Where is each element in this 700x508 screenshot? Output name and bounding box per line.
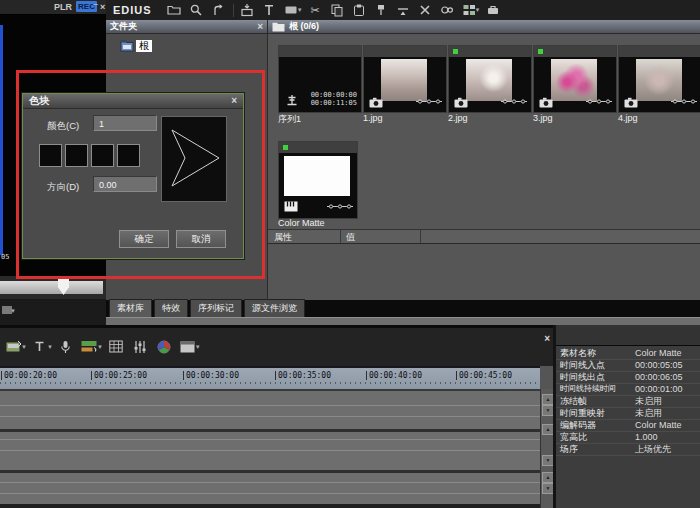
- color-wheel-icon[interactable]: [155, 339, 173, 355]
- column-property[interactable]: 属性: [274, 231, 292, 244]
- main-toolbar: EDIUS ▼ ✂ ▼: [106, 0, 700, 21]
- timeline-tracks-area[interactable]: [0, 389, 540, 508]
- color-swatch-4[interactable]: [117, 144, 140, 167]
- color-count-input[interactable]: 1: [93, 115, 157, 131]
- tab-plr[interactable]: PLR: [54, 2, 72, 12]
- paste-icon[interactable]: [351, 2, 368, 18]
- tab-material-library[interactable]: 素材库: [109, 299, 152, 317]
- track-separator: [0, 439, 540, 440]
- bin-item-label[interactable]: 4.jpg: [618, 113, 638, 123]
- direction-input[interactable]: 0.00: [93, 176, 157, 192]
- column-value[interactable]: 值: [346, 231, 355, 244]
- tab-source-browser[interactable]: 源文件浏览: [244, 299, 305, 317]
- folder-panel-header: 文件夹 ×: [106, 20, 267, 34]
- property-value: 未启用: [635, 407, 662, 419]
- chevron-down-icon[interactable]: ▼: [47, 344, 53, 350]
- bin-item-label[interactable]: 3.jpg: [533, 113, 553, 123]
- chevron-down-icon[interactable]: ▼: [97, 344, 103, 350]
- tab-effects[interactable]: 特效: [154, 299, 188, 317]
- property-value: Color Matte: [635, 419, 682, 431]
- timeline-toolbar: ▼ ▼ ▼ ▼ ×: [0, 325, 558, 365]
- bin-item-label[interactable]: 1.jpg: [363, 113, 383, 123]
- bin-item-photo[interactable]: [533, 45, 617, 113]
- chevron-down-icon[interactable]: ▼: [297, 7, 303, 13]
- direction-arrow-icon: [162, 117, 226, 201]
- color-swatch-1[interactable]: [39, 144, 62, 167]
- bin-item-photo[interactable]: [618, 45, 700, 113]
- player-shuttle-track[interactable]: [0, 281, 103, 294]
- bin-item-photo[interactable]: [363, 45, 447, 113]
- ruler-tick: 00:00:25:00: [91, 371, 147, 380]
- property-label: 素材名称: [560, 347, 596, 359]
- grid-icon[interactable]: [107, 339, 125, 355]
- ruler-tick: 00:00:40:00: [366, 371, 422, 380]
- property-label: 时间重映射: [560, 407, 605, 419]
- bin-panel-header: 根 (0/6): [268, 20, 700, 34]
- property-label: 时间线出点: [560, 371, 605, 383]
- app-title: EDIUS: [113, 4, 152, 16]
- bin-item-label[interactable]: 2.jpg: [448, 113, 468, 123]
- color-block-dialog: 色块 × 颜色(C) 1 方向(D) 0.00 确定 取消: [22, 93, 244, 259]
- property-value: 上场优先: [635, 443, 671, 455]
- cancel-button[interactable]: 取消: [176, 230, 226, 248]
- search-icon[interactable]: [188, 2, 205, 18]
- folder-root-label[interactable]: 根: [136, 40, 152, 52]
- chevron-down-icon[interactable]: ▼: [475, 7, 481, 13]
- capture-in-icon[interactable]: [239, 2, 256, 18]
- cut-scissors-icon[interactable]: ✂: [307, 2, 324, 18]
- camera-icon: [369, 97, 383, 108]
- track-group-separator: [0, 470, 540, 473]
- bin-item-sequence[interactable]: 00:00:00:0000:00:11:05: [278, 45, 362, 113]
- still-duration-icon: [671, 98, 697, 105]
- folder-icon: [272, 22, 285, 32]
- card-top-strip: [279, 46, 361, 57]
- mixer-icon[interactable]: [131, 339, 149, 355]
- bin-item-label[interactable]: 序列1: [278, 113, 301, 126]
- bin-item-color-matte[interactable]: [278, 141, 358, 219]
- open-folder-icon[interactable]: [166, 2, 183, 18]
- player-minimize-button[interactable]: –: [93, 0, 98, 9]
- folder-tree-root-item[interactable]: 根: [120, 40, 152, 52]
- camera-icon: [539, 97, 553, 108]
- chevron-down-icon[interactable]: ▼: [10, 308, 16, 314]
- card-top-strip: [364, 46, 446, 57]
- timeline-ruler[interactable]: 00:00:20:00 00:00:25:00 00:00:30:00 00:0…: [0, 366, 540, 391]
- trim-point-icon[interactable]: [395, 2, 412, 18]
- color-label: 颜色(C): [47, 120, 79, 133]
- chevron-down-icon[interactable]: ▼: [195, 344, 201, 350]
- tab-sequence-marks[interactable]: 序列标记: [190, 299, 242, 317]
- microphone-icon[interactable]: [57, 339, 75, 355]
- pin-icon[interactable]: [373, 2, 390, 18]
- bin-item-photo[interactable]: [448, 45, 532, 113]
- color-swatch-3[interactable]: [91, 144, 114, 167]
- tracks-bottom-edge: [0, 504, 540, 508]
- copy-icon[interactable]: [329, 2, 346, 18]
- dialog-titlebar[interactable]: 色块 ×: [23, 94, 243, 109]
- player-close-button[interactable]: ×: [100, 2, 105, 12]
- title-tool-icon[interactable]: [261, 2, 278, 18]
- property-label: 场序: [560, 443, 578, 455]
- track-group-separator: [0, 429, 540, 432]
- toolbox-icon[interactable]: [485, 2, 502, 18]
- reel-icon[interactable]: [439, 2, 456, 18]
- track-height-button-column: ▲ ▼ ▲ ▼ ▲ ▼: [540, 389, 554, 508]
- dialog-close-button[interactable]: ×: [231, 96, 237, 106]
- still-duration-icon: [501, 98, 527, 105]
- player-shuttle-zone: [0, 276, 106, 299]
- color-swatch-2[interactable]: [65, 144, 88, 167]
- card-top-strip: [534, 46, 616, 57]
- undo-icon[interactable]: [210, 2, 227, 18]
- photo-thumbnail: [381, 59, 427, 101]
- property-row: 场序 上场优先: [556, 443, 700, 456]
- bin-item-label[interactable]: Color Matte: [278, 218, 325, 228]
- photo-thumbnail: [551, 59, 597, 101]
- column-divider[interactable]: [340, 230, 341, 243]
- folder-panel-close-button[interactable]: ×: [257, 22, 263, 32]
- player-partial-timecode: 05: [1, 253, 9, 261]
- ok-button[interactable]: 确定: [119, 230, 169, 248]
- timeline-close-button[interactable]: ×: [544, 334, 550, 344]
- track-separator: [0, 450, 540, 451]
- chevron-down-icon[interactable]: ▼: [21, 344, 27, 350]
- delete-icon[interactable]: [417, 2, 434, 18]
- column-divider[interactable]: [420, 230, 421, 243]
